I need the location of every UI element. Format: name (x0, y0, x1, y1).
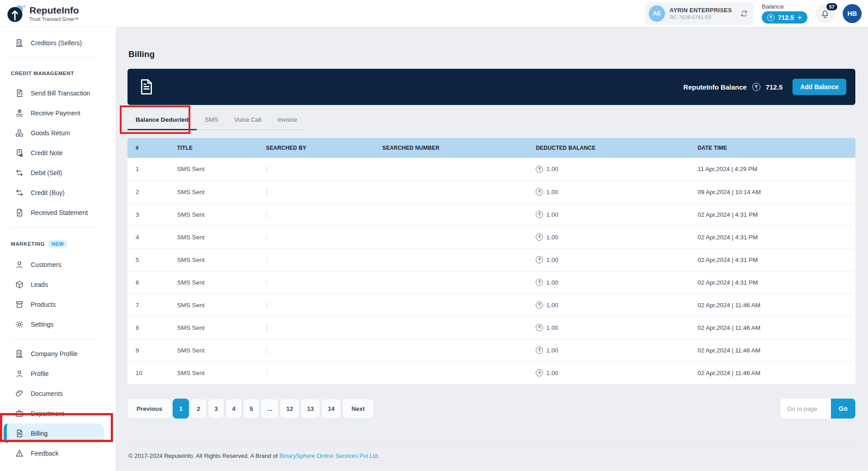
avatar-placeholder (266, 210, 268, 219)
paperclip-icon (15, 389, 24, 398)
sidebar-item-profile[interactable]: Profile (0, 364, 104, 384)
sidebar-item-label: Send Bill Transaction (31, 90, 90, 97)
pagination-ellipsis[interactable]: ... (261, 399, 278, 419)
page-button-5[interactable]: 5 (243, 399, 259, 419)
sidebar-item-department[interactable]: Department (0, 404, 104, 423)
user-avatar[interactable]: HB (843, 4, 862, 23)
cell-date-time: 02 Apr,2024 | 4:31 PM (689, 271, 855, 294)
next-page-button[interactable]: Next (342, 399, 373, 419)
cell-searched-number (374, 339, 528, 362)
sidebar-item-goods-return[interactable]: Goods Return (0, 123, 104, 143)
sidebar-item-leads[interactable]: Leads (0, 275, 104, 295)
warning-icon (15, 449, 24, 458)
cell-deducted-balance: ₹1.00 (528, 226, 689, 248)
page-button-3[interactable]: 3 (208, 399, 224, 419)
go-button[interactable]: Go (831, 399, 855, 419)
receive-payment-icon (15, 109, 24, 118)
sidebar-item-settings[interactable]: Settings (0, 314, 104, 334)
cell-number: 10 (127, 362, 169, 384)
company-selector[interactable]: AE AYRIN ENTERPRISES RC-7638-5781-03 (645, 2, 754, 25)
notification-count-badge: 57 (826, 2, 838, 11)
tab-balance-deducted[interactable]: Balance Deducted (127, 110, 197, 129)
sidebar-item-company-profile[interactable]: Company Profile (0, 344, 104, 364)
column-header: SEARCHED NUMBER (374, 138, 528, 158)
company-name: AYRIN ENTERPRISES (670, 7, 732, 14)
cell-searched-number (374, 226, 528, 248)
pagination-row: Previous12345...121314Next Go (127, 399, 855, 419)
billing-table: #TITLESEARCHED BYSEARCHED NUMBERDEDUCTED… (127, 138, 855, 384)
cell-date-time: 02 Apr,2024 | 4:31 PM (689, 203, 855, 226)
cell-number: 9 (127, 339, 169, 362)
column-header: TITLE (169, 138, 258, 158)
page-button-4[interactable]: 4 (226, 399, 242, 419)
rupee-icon: ₹ (536, 324, 543, 331)
refresh-icon[interactable] (740, 10, 748, 18)
page-button-1[interactable]: 1 (173, 399, 189, 419)
brand-tagline: Trust Transact Grow™ (29, 16, 79, 22)
cell-number: 3 (127, 203, 169, 226)
cell-date-time: 11 Apr,2024 | 4:29 PM (689, 158, 855, 181)
main-content: Billing ReputeInfo Balance ₹ 712.5 Add B… (116, 27, 868, 471)
sidebar-item-documents[interactable]: Documents (0, 384, 104, 404)
sidebar-item-label: Profile (31, 370, 49, 377)
sidebar-item-label: Receive Payment (31, 109, 80, 117)
sidebar-item-label: Feedback (31, 450, 58, 457)
sidebar-item-receive-payment[interactable]: Receive Payment (0, 103, 104, 123)
add-balance-plus-icon[interactable]: + (797, 14, 802, 21)
cell-number: 1 (127, 158, 169, 181)
cell-searched-number (374, 362, 528, 384)
sidebar-item-received-statement[interactable]: Received Statement (0, 203, 104, 223)
building-icon (15, 38, 24, 48)
page-button-2[interactable]: 2 (190, 399, 207, 419)
page-button-14[interactable]: 14 (321, 399, 341, 419)
balance-pill-button[interactable]: ₹ 712.5 + (762, 11, 807, 24)
tab-invoice[interactable]: Invoice (269, 110, 305, 129)
goods-return-icon (15, 128, 24, 138)
avatar-placeholder (266, 188, 268, 196)
sidebar-item-debit-sell[interactable]: Debit (Sell) (0, 163, 104, 183)
cell-deducted-balance: ₹1.00 (528, 271, 689, 294)
sidebar-item-label: Company Profile (31, 350, 78, 357)
page-title: Billing (128, 49, 855, 59)
cell-searched-number (374, 316, 528, 339)
tab-voice-call[interactable]: Voice Call (226, 110, 269, 129)
page-button-12[interactable]: 12 (280, 399, 299, 419)
avatar-placeholder (266, 346, 268, 355)
rupee-icon: ₹ (536, 347, 543, 354)
sidebar-item-creditors-sellers[interactable]: Creditors (Sellers) (0, 33, 104, 53)
notifications-button[interactable]: 57 (816, 4, 835, 23)
sidebar-item-customers[interactable]: Customers (0, 255, 104, 275)
page-button-13[interactable]: 13 (301, 399, 320, 419)
cell-deducted-balance: ₹1.00 (528, 294, 689, 316)
cell-searched-number (374, 271, 528, 294)
sidebar-item-billing[interactable]: Billing (4, 423, 104, 443)
table-row: 1SMS Sent₹1.0011 Apr,2024 | 4:29 PM (127, 158, 855, 181)
sidebar-item-label: Documents (31, 390, 63, 397)
sidebar-item-label: Credit Note (31, 149, 63, 157)
sidebar-item-send-bill-transaction[interactable]: Send Bill Transaction (0, 83, 104, 103)
sidebar-nav: Creditors (Sellers)CREDIT MANAGEMENTSend… (0, 27, 116, 471)
sidebar-item-credit-buy[interactable]: Credit (Buy) (0, 183, 104, 203)
sidebar-item-feedback[interactable]: Feedback (0, 443, 104, 463)
cell-deducted-balance: ₹1.00 (528, 248, 689, 271)
goto-page-input[interactable] (780, 399, 831, 419)
sidebar-divider (11, 339, 98, 339)
cell-searched-by (258, 316, 374, 339)
cell-date-time: 09 Apr,2024 | 10:14 AM (689, 181, 855, 203)
previous-page-button[interactable]: Previous (127, 399, 171, 419)
sidebar-section-label: MARKETINGNEW (0, 232, 116, 255)
cell-deducted-balance: ₹1.00 (528, 362, 689, 384)
table-row: 6SMS Sent₹1.0002 Apr,2024 | 4:31 PM (127, 271, 855, 294)
add-balance-button[interactable]: Add Balance (793, 79, 846, 95)
footer-brand-link[interactable]: BinarySphere Online Services Pvt Ltd. (279, 452, 379, 459)
sidebar-item-products[interactable]: Products (0, 295, 104, 314)
app-logo[interactable]: ® ReputeInfo Trust Transact Grow™ (6, 4, 79, 23)
cell-title: SMS Sent (169, 203, 258, 226)
rupee-icon: ₹ (536, 188, 543, 195)
cell-number: 5 (127, 248, 169, 271)
footer-copyright: © 2017-2024 ReputeInfo. All Rights Reser… (128, 452, 278, 459)
swap-icon (15, 168, 24, 177)
sidebar-item-credit-note[interactable]: Credit Note (0, 143, 104, 163)
sidebar-item-label: Billing (31, 430, 47, 437)
tab-sms[interactable]: SMS (197, 110, 226, 129)
